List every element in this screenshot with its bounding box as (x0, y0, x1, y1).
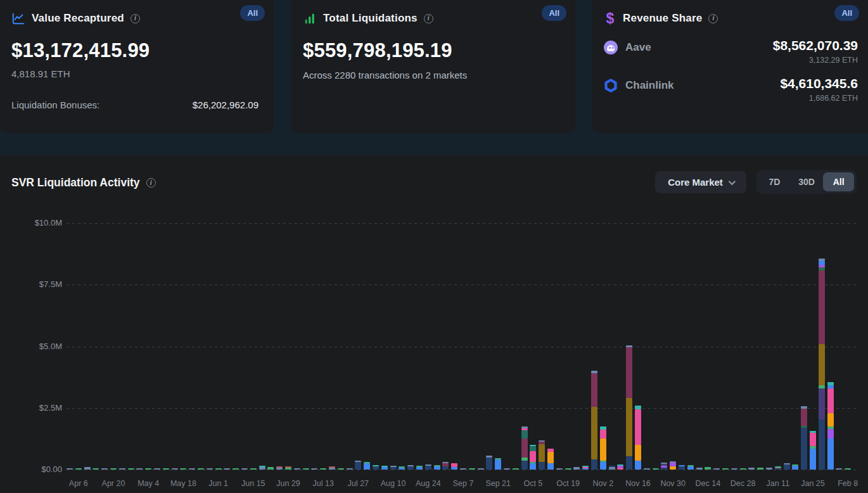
bar-segment[interactable] (355, 461, 361, 462)
bar-segment[interactable] (329, 468, 335, 470)
bar-segment[interactable] (215, 468, 222, 470)
bar-segment[interactable] (460, 468, 466, 470)
bar-segment[interactable] (591, 371, 597, 373)
bar-segment[interactable] (582, 468, 589, 470)
bar-segment[interactable] (145, 468, 151, 470)
bar-segment[interactable] (661, 468, 667, 470)
bar-segment[interactable] (198, 468, 204, 470)
bar-segment[interactable] (93, 468, 99, 470)
bar-segment[interactable] (416, 467, 423, 470)
bar-segment[interactable] (626, 398, 632, 456)
bar-segment[interactable] (267, 467, 274, 470)
bar-segment[interactable] (626, 456, 632, 470)
bar-segment[interactable] (600, 426, 606, 430)
bar-segment[interactable] (84, 467, 91, 470)
bar-segment[interactable] (635, 461, 641, 470)
bar-segment[interactable] (740, 468, 746, 470)
bar-segment[interactable] (530, 462, 536, 463)
bar-segment[interactable] (609, 466, 615, 467)
bar-segment[interactable] (819, 419, 825, 470)
bar-segment[interactable] (399, 468, 405, 470)
bar-segment[interactable] (355, 462, 361, 470)
bar-segment[interactable] (136, 468, 143, 470)
bar-segment[interactable] (67, 468, 73, 470)
bar-segment[interactable] (495, 459, 501, 470)
bar-segment[interactable] (600, 439, 606, 461)
bar-segment[interactable] (635, 406, 641, 409)
bar-segment[interactable] (416, 466, 423, 467)
bar-segment[interactable] (539, 442, 545, 444)
bar-segment[interactable] (189, 468, 195, 470)
bar-segment[interactable] (163, 468, 169, 470)
bar-segment[interactable] (784, 463, 790, 464)
info-icon[interactable]: i (708, 14, 718, 23)
bar-segment[interactable] (591, 407, 597, 460)
bar-segment[interactable] (845, 468, 851, 470)
bar-segment[interactable] (644, 468, 650, 470)
bar-segment[interactable] (276, 466, 283, 468)
bar-segment[interactable] (504, 468, 510, 470)
bar-segment[interactable] (442, 466, 449, 470)
bar-segment[interactable] (661, 466, 667, 468)
bar-segment[interactable] (679, 465, 685, 466)
bar-segment[interactable] (705, 467, 711, 470)
bar-segment[interactable] (110, 468, 117, 470)
bar-segment[interactable] (530, 445, 536, 446)
bar-segment[interactable] (442, 462, 449, 463)
bar-segment[interactable] (792, 464, 798, 466)
bar-segment[interactable] (819, 344, 825, 385)
bar-segment[interactable] (679, 466, 685, 470)
bar-segment[interactable] (207, 468, 213, 470)
bar-segment[interactable] (696, 468, 703, 470)
bar-segment[interactable] (819, 261, 825, 265)
bar-segment[interactable] (775, 468, 781, 470)
bar-segment[interactable] (530, 446, 536, 451)
bar-segment[interactable] (381, 467, 388, 470)
bar-segment[interactable] (600, 430, 606, 439)
bar-segment[interactable] (276, 468, 283, 470)
bar-segment[interactable] (311, 468, 317, 470)
bar-segment[interactable] (442, 463, 449, 466)
bar-segment[interactable] (626, 345, 632, 347)
bar-segment[interactable] (521, 458, 528, 461)
bar-segment[interactable] (513, 468, 519, 470)
bar-segment[interactable] (827, 388, 834, 413)
bar-segment[interactable] (801, 426, 807, 428)
bar-segment[interactable] (687, 466, 694, 470)
bar-segment[interactable] (233, 468, 239, 470)
bar-segment[interactable] (224, 468, 230, 470)
bar-segment[interactable] (451, 463, 457, 467)
bar-segment[interactable] (731, 468, 737, 470)
bar-segment[interactable] (469, 468, 475, 470)
bar-segment[interactable] (748, 468, 755, 470)
bar-segment[interactable] (390, 467, 397, 470)
bar-segment[interactable] (521, 426, 528, 428)
bar-segment[interactable] (75, 468, 82, 470)
bar-segment[interactable] (810, 449, 816, 470)
bar-segment[interactable] (573, 467, 580, 470)
bar-segment[interactable] (347, 468, 353, 470)
bar-segment[interactable] (539, 462, 545, 470)
bar-segment[interactable] (451, 467, 457, 470)
bar-segment[interactable] (154, 468, 160, 470)
bar-segment[interactable] (810, 433, 816, 446)
bar-segment[interactable] (635, 445, 641, 461)
bar-segment[interactable] (373, 465, 379, 466)
bar-segment[interactable] (547, 449, 554, 452)
bar-segment[interactable] (775, 466, 781, 468)
bar-segment[interactable] (530, 463, 536, 470)
bar-segment[interactable] (547, 452, 554, 463)
bar-segment[interactable] (801, 428, 807, 470)
bar-segment[interactable] (250, 468, 257, 470)
bar-segment[interactable] (338, 468, 344, 470)
bar-segment[interactable] (364, 462, 370, 463)
bar-segment[interactable] (119, 468, 125, 470)
bar-segment[interactable] (757, 468, 763, 470)
bar-segment[interactable] (722, 468, 729, 470)
bar-segment[interactable] (539, 444, 545, 462)
bar-segment[interactable] (478, 468, 484, 470)
bar-segment[interactable] (661, 463, 667, 464)
bar-segment[interactable] (653, 468, 659, 470)
bar-segment[interactable] (600, 462, 606, 470)
bar-segment[interactable] (486, 458, 492, 470)
